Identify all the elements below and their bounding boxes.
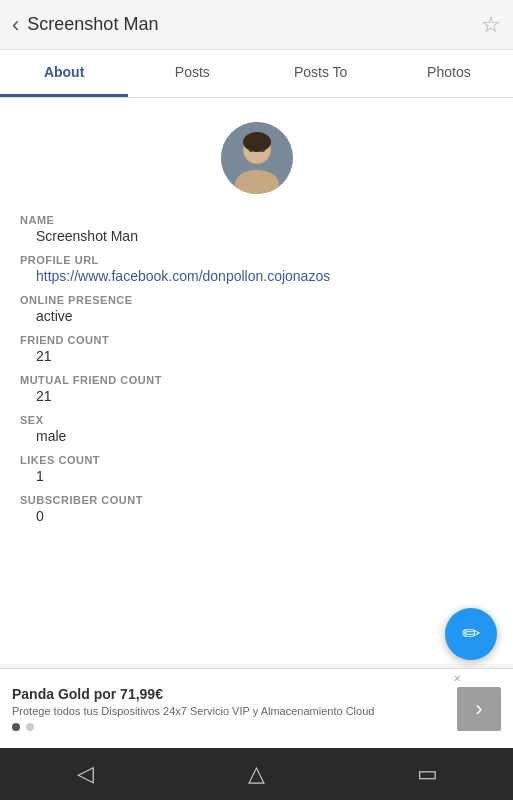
header: ‹ Screenshot Man ☆ xyxy=(0,0,513,50)
ad-dot-1 xyxy=(12,723,20,731)
page-title: Screenshot Man xyxy=(27,14,158,35)
back-nav-icon: ◁ xyxy=(77,761,94,787)
recent-nav-icon: ▭ xyxy=(417,761,438,787)
svg-point-6 xyxy=(261,148,265,152)
friend-count-label: FRIEND COUNT xyxy=(20,334,493,346)
online-presence-label: ONLINE PRESENCE xyxy=(20,294,493,306)
avatar-image xyxy=(221,122,293,194)
tab-about[interactable]: About xyxy=(0,50,128,97)
likes-count-label: LIKES COUNT xyxy=(20,454,493,466)
header-left: ‹ Screenshot Man xyxy=(12,12,158,38)
tab-posts-to[interactable]: Posts To xyxy=(257,50,385,97)
ad-arrow-button[interactable]: › xyxy=(457,687,501,731)
likes-count-value: 1 xyxy=(20,468,493,484)
avatar xyxy=(221,122,293,194)
ad-subtitle: Protege todos tus Dispositivos 24x7 Serv… xyxy=(12,705,457,717)
profile-url-label: PROFILE URL xyxy=(20,254,493,266)
nav-recent-button[interactable]: ▭ xyxy=(398,754,458,794)
nav-home-button[interactable]: △ xyxy=(227,754,287,794)
name-value: Screenshot Man xyxy=(20,228,493,244)
sex-value: male xyxy=(20,428,493,444)
name-label: NAME xyxy=(20,214,493,226)
info-section: NAME Screenshot Man PROFILE URL https://… xyxy=(16,214,497,524)
back-button[interactable]: ‹ xyxy=(12,12,19,38)
star-icon[interactable]: ☆ xyxy=(481,12,501,38)
fab-button[interactable]: ✏ xyxy=(445,608,497,660)
content-area: NAME Screenshot Man PROFILE URL https://… xyxy=(0,98,513,664)
bottom-navigation: ◁ △ ▭ xyxy=(0,748,513,800)
friend-count-value: 21 xyxy=(20,348,493,364)
ad-content: Panda Gold por 71,99€ Protege todos tus … xyxy=(12,686,457,731)
ad-dot-2 xyxy=(26,723,34,731)
ad-dots xyxy=(12,723,457,731)
sex-label: SEX xyxy=(20,414,493,426)
subscriber-count-label: SUBSCRIBER COUNT xyxy=(20,494,493,506)
mutual-friend-count-value: 21 xyxy=(20,388,493,404)
subscriber-count-value: 0 xyxy=(20,508,493,524)
tab-photos[interactable]: Photos xyxy=(385,50,513,97)
profile-url-value[interactable]: https://www.facebook.com/donpollon.cojon… xyxy=(20,268,493,284)
tab-posts[interactable]: Posts xyxy=(128,50,256,97)
svg-point-4 xyxy=(243,132,271,152)
edit-icon: ✏ xyxy=(462,621,480,647)
ad-banner: ✕ Panda Gold por 71,99€ Protege todos tu… xyxy=(0,668,513,748)
ad-title: Panda Gold por 71,99€ xyxy=(12,686,457,702)
arrow-right-icon: › xyxy=(475,696,482,722)
svg-point-5 xyxy=(249,148,253,152)
online-presence-value: active xyxy=(20,308,493,324)
nav-back-button[interactable]: ◁ xyxy=(56,754,116,794)
tab-bar: About Posts Posts To Photos xyxy=(0,50,513,98)
mutual-friend-count-label: MUTUAL FRIEND COUNT xyxy=(20,374,493,386)
avatar-container xyxy=(16,122,497,194)
ad-close-button[interactable]: ✕ xyxy=(453,673,461,684)
home-nav-icon: △ xyxy=(248,761,265,787)
